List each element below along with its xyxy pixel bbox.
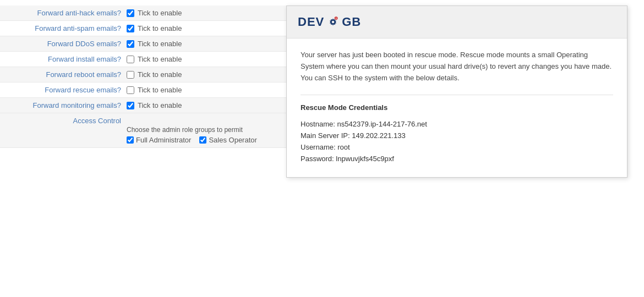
modal-body: Your server has just been booted in resc…	[287, 38, 627, 177]
form-row-install: Forward install emails?Tick to enable	[0, 52, 286, 67]
brand-gb-text: GB	[342, 15, 361, 29]
access-checkbox-full-admin[interactable]	[127, 136, 134, 144]
row-content-monitoring: Tick to enable	[127, 101, 281, 109]
access-control-row: Access Control Choose the admin role gro…	[0, 113, 286, 148]
access-checkbox-sales-operator[interactable]	[199, 136, 206, 144]
credential-value: ns542379.ip-144-217-76.net	[337, 120, 427, 128]
row-content-rescue: Tick to enable	[127, 86, 281, 94]
label-rescue: Forward rescue emails?	[0, 86, 127, 94]
label-install: Forward install emails?	[0, 55, 127, 63]
label-reboot: Forward reboot emails?	[0, 70, 127, 79]
credential-label: Main Server IP:	[301, 131, 350, 140]
access-control-description: Choose the admin role groups to permit	[127, 126, 281, 134]
checkbox-reboot[interactable]	[127, 71, 134, 79]
tick-label-anti-spam: Tick to enable	[138, 24, 182, 32]
access-option-label-sales-operator: Sales Operator	[209, 136, 256, 144]
modal-header: DEV GB	[287, 6, 627, 38]
form-row-anti-hack: Forward anti-hack emails?Tick to enable	[0, 6, 286, 21]
credential-label: Hostname:	[301, 120, 335, 128]
label-monitoring: Forward monitoring emails?	[0, 101, 127, 109]
modal-description: Your server has just been booted in resc…	[301, 50, 613, 84]
checkbox-install[interactable]	[127, 56, 134, 63]
credentials-section: Rescue Mode Credentials Hostname: ns5423…	[301, 103, 613, 163]
form-row-ddos: Forward DDoS emails?Tick to enable	[0, 36, 286, 52]
tick-label-rescue: Tick to enable	[138, 86, 182, 94]
credential-label: Password:	[301, 155, 334, 163]
access-control-label: Access Control	[0, 117, 127, 125]
label-anti-spam: Forward anti-spam emails?	[0, 24, 127, 32]
credential-row: Main Server IP: 149.202.221.133	[301, 131, 613, 140]
form-row-anti-spam: Forward anti-spam emails?Tick to enable	[0, 21, 286, 36]
row-content-install: Tick to enable	[127, 55, 281, 63]
checkbox-anti-spam[interactable]	[127, 25, 134, 32]
form-row-reboot: Forward reboot emails?Tick to enable	[0, 67, 286, 82]
rescue-mode-modal: DEV GB Your server h	[286, 6, 627, 178]
label-ddos: Forward DDoS emails?	[0, 40, 127, 48]
checkbox-monitoring[interactable]	[127, 102, 134, 109]
credential-label: Username:	[301, 143, 336, 151]
credential-value: root	[337, 143, 350, 151]
access-options: Full AdministratorSales Operator	[127, 136, 281, 144]
svg-point-1	[332, 21, 335, 24]
tick-label-anti-hack: Tick to enable	[138, 9, 182, 17]
row-content-ddos: Tick to enable	[127, 40, 281, 48]
checkbox-ddos[interactable]	[127, 40, 134, 48]
form-row-monitoring: Forward monitoring emails?Tick to enable	[0, 98, 286, 113]
brand-logo: DEV GB	[298, 14, 361, 30]
access-option-sales-operator: Sales Operator	[199, 136, 256, 144]
access-option-full-admin: Full Administrator	[127, 136, 191, 144]
row-content-anti-spam: Tick to enable	[127, 24, 281, 32]
brand-dev-text: DEV	[298, 15, 324, 29]
tick-label-install: Tick to enable	[138, 55, 182, 63]
credential-row: Username: root	[301, 143, 613, 151]
gear-icon	[325, 14, 341, 30]
credential-row: Password: lnpwuvjkfs45c9pxf	[301, 155, 613, 163]
credentials-title: Rescue Mode Credentials	[301, 103, 613, 112]
divider	[301, 95, 613, 95]
form-row-rescue: Forward rescue emails?Tick to enable	[0, 82, 286, 98]
credential-value: lnpwuvjkfs45c9pxf	[336, 155, 394, 163]
checkbox-rescue[interactable]	[127, 86, 134, 94]
main-container: Forward anti-hack emails?Tick to enableF…	[0, 0, 644, 297]
tick-label-ddos: Tick to enable	[138, 40, 182, 48]
row-content-anti-hack: Tick to enable	[127, 9, 281, 17]
access-option-label-full-admin: Full Administrator	[136, 136, 191, 144]
checkbox-anti-hack[interactable]	[127, 9, 134, 17]
credential-value: 149.202.221.133	[352, 131, 406, 140]
tick-label-reboot: Tick to enable	[138, 70, 182, 79]
credential-row: Hostname: ns542379.ip-144-217-76.net	[301, 120, 613, 128]
tick-label-monitoring: Tick to enable	[138, 101, 182, 109]
label-anti-hack: Forward anti-hack emails?	[0, 9, 127, 17]
row-content-reboot: Tick to enable	[127, 70, 281, 79]
svg-point-2	[336, 18, 337, 19]
credentials-list: Hostname: ns542379.ip-144-217-76.netMain…	[301, 120, 613, 163]
left-panel: Forward anti-hack emails?Tick to enableF…	[0, 0, 286, 297]
